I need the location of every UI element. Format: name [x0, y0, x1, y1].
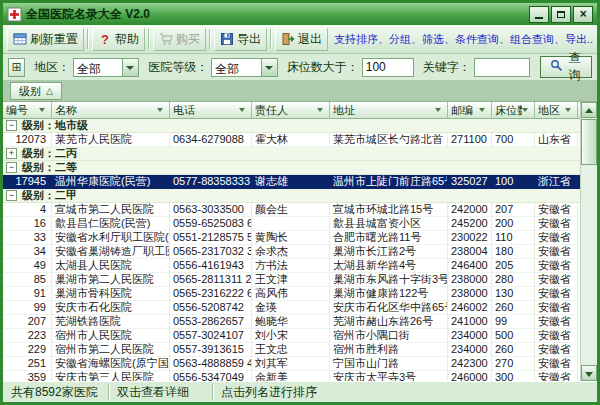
cell-name: 安庆市石化医院 — [52, 301, 170, 315]
cell-person: 余新美 — [252, 371, 330, 381]
cell-beds: 300 — [492, 371, 535, 381]
keyword-input[interactable] — [474, 58, 530, 77]
filter-arrow-icon[interactable] — [435, 105, 444, 115]
toolbar-separator — [209, 29, 211, 49]
cell-postcode: 246002 — [448, 301, 492, 315]
table-row[interactable]: 34安徽省巢湖铸造厂职工医院0565-2317032 331余求杰巢湖市长江路2… — [3, 245, 580, 259]
collapse-icon[interactable]: − — [6, 190, 17, 201]
collapse-icon[interactable]: − — [6, 120, 17, 131]
level-value: 全部 — [212, 59, 260, 76]
table-row[interactable]: 91巢湖市骨科医院0565-2316222 60高风伟巢湖市健康路122号238… — [3, 287, 580, 301]
beds-input[interactable] — [362, 58, 414, 77]
column-header-name[interactable]: 名称 — [52, 102, 170, 119]
group-row[interactable]: +级别：二丙 — [3, 147, 580, 161]
search-button-label: 查询 — [567, 50, 582, 84]
maximize-button[interactable] — [551, 6, 571, 23]
close-button[interactable]: × — [573, 6, 593, 23]
buy-button: 购买 — [153, 28, 206, 51]
cell-address: 宣城市环城北路15号 — [330, 203, 448, 217]
cell-address: 温州市上陡门前庄路65号 — [330, 175, 448, 189]
table-row[interactable]: 4宣城市第二人民医院0563-3033500颜会生宣城市环城北路15号24200… — [3, 203, 580, 217]
cell-id: 91 — [3, 287, 52, 301]
table-row[interactable]: 85巢湖市第二人民医院0565-2811311 261王文津巢湖市东风路十字街3… — [3, 273, 580, 287]
table-row[interactable]: 49太湖县人民医院0556-4161943方书法太湖县新华路4号24640020… — [3, 259, 580, 273]
cell-name: 太湖县人民医院 — [52, 259, 170, 273]
collapse-icon[interactable]: − — [6, 162, 17, 173]
cell-phone: 0563-4888859 488 — [170, 357, 252, 371]
level-select[interactable]: 全部 — [211, 58, 277, 77]
cart-icon — [159, 32, 173, 46]
filter-arrow-icon[interactable] — [157, 105, 166, 115]
table-row[interactable]: 207芜湖铁路医院0553-2862657鲍晓华芜湖市赭山东路26号241000… — [3, 315, 580, 329]
cell-address: 歙县县城富资小区 — [330, 217, 448, 231]
table-row[interactable]: 12073莱芜市人民医院0634-6279088霍大林莱芜市城区长勺路北首271… — [3, 133, 580, 147]
refresh-reset-button[interactable]: 刷新重置 — [7, 28, 84, 51]
expand-icon[interactable]: + — [6, 148, 17, 159]
cell-beds: 500 — [492, 329, 535, 343]
cell-beds: 130 — [492, 287, 535, 301]
table-row[interactable]: 33安徽省水利厅职工医院(原省水利医院)0551-2128575 590黄陶长合… — [3, 231, 580, 245]
table-row[interactable]: 17945温州华康医院(民营)0577-88358333 88谢志雄温州市上陡门… — [3, 175, 580, 189]
group-row[interactable]: −级别：二甲 — [3, 189, 580, 203]
scroll-down-icon[interactable] — [581, 365, 597, 381]
column-header-address[interactable]: 地址 — [330, 102, 448, 119]
expand-groups-button[interactable]: ⊞ — [8, 58, 25, 77]
table-row[interactable]: 16歙县昌仁医院(民营)0559-6525083 652歙县县城富资小区2452… — [3, 217, 580, 231]
title-bar[interactable]: 全国医院名录大全 V2.0 × — [3, 3, 597, 25]
column-header-beds[interactable]: 床位数 — [492, 102, 535, 119]
table-body: −级别：地市级12073莱芜市人民医院0634-6279088霍大林莱芜市城区长… — [3, 119, 580, 381]
export-button[interactable]: 导出 — [214, 28, 267, 51]
cell-id: 12073 — [3, 133, 52, 147]
filter-arrow-icon[interactable] — [239, 105, 248, 115]
table-row[interactable]: 223宿州市人民医院0557-3024107刘小宋宿州市小隅口街23400050… — [3, 329, 580, 343]
cell-region: 安徽省 — [535, 287, 578, 301]
table-row[interactable]: 229宿州市第二人民医院0557-3913615王文忠宿州市胜利路2340002… — [3, 343, 580, 357]
cell-postcode: 238000 — [448, 287, 492, 301]
table-row[interactable]: 359安庆市第三人民医院0556-5347049余新美安庆市太平寺3号24600… — [3, 371, 580, 381]
cell-id: 251 — [3, 357, 52, 371]
minimize-icon — [535, 17, 543, 19]
chevron-down-icon[interactable] — [261, 59, 277, 76]
cell-name: 宣城市第二人民医院 — [52, 203, 170, 217]
group-row[interactable]: −级别：二等 — [3, 161, 580, 175]
table-row[interactable]: 251安徽省海螺医院(原宁国水泥厂职工医院)0563-4888859 488刘其… — [3, 357, 580, 371]
group-chip-level[interactable]: 级别 △ — [10, 82, 62, 100]
exit-button[interactable]: 退出 — [275, 28, 328, 51]
cell-phone: 0556-4161943 — [170, 259, 252, 273]
cell-beds: 180 — [492, 245, 535, 259]
region-select[interactable]: 全部 — [73, 58, 139, 77]
cell-person: 王文忠 — [252, 343, 330, 357]
column-header-person[interactable]: 责任人 — [252, 102, 330, 119]
search-button[interactable]: 查询 — [540, 56, 592, 78]
status-total: 共有8592家医院 — [3, 384, 109, 400]
exit-icon — [281, 32, 295, 46]
cell-phone: 0557-3913615 — [170, 343, 252, 357]
cell-id: 207 — [3, 315, 52, 329]
column-header-label: 责任人 — [255, 103, 317, 118]
column-header-postcode[interactable]: 邮编 — [448, 102, 492, 119]
filter-arrow-icon[interactable] — [565, 105, 574, 115]
help-button[interactable]: ?帮助 — [92, 28, 145, 51]
column-header-id[interactable]: 编号 — [3, 102, 52, 119]
column-header-label: 编号 — [6, 103, 39, 118]
cell-person: 刘其军 — [252, 357, 330, 371]
column-header-region[interactable]: 地区 — [535, 102, 578, 119]
cell-phone: 0559-6525083 652 — [170, 217, 252, 231]
chevron-down-icon[interactable] — [122, 59, 138, 76]
vertical-scrollbar[interactable] — [580, 102, 597, 381]
sort-ascending-icon: △ — [46, 86, 53, 96]
cell-address: 莱芜市城区长勺路北首 — [330, 133, 448, 147]
scrollbar-thumb[interactable] — [581, 119, 597, 165]
filter-arrow-icon[interactable] — [479, 105, 488, 115]
scroll-up-icon[interactable] — [581, 102, 597, 118]
filter-arrow-icon[interactable] — [39, 105, 48, 115]
cell-postcode: 246000 — [448, 371, 492, 381]
column-header-phone[interactable]: 电话 — [170, 102, 252, 119]
filter-arrow-icon[interactable] — [317, 105, 326, 115]
table-row[interactable]: 99安庆市石化医院0556-5208742金瑛安庆市石化区华中路65号24600… — [3, 301, 580, 315]
cell-postcode: 230022 — [448, 231, 492, 245]
minimize-button[interactable] — [529, 6, 549, 23]
toolbar-separator — [270, 29, 272, 49]
filter-arrow-icon[interactable] — [522, 105, 531, 115]
group-row[interactable]: −级别：地市级 — [3, 119, 580, 133]
